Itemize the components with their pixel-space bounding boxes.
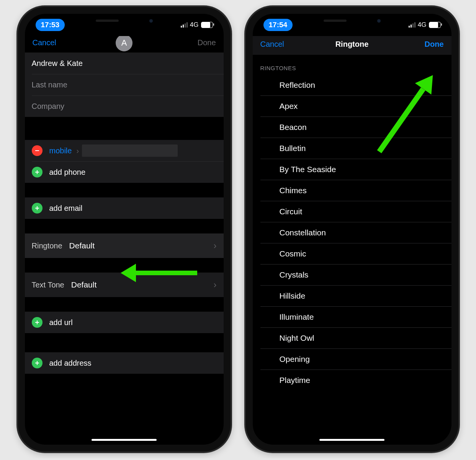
last-name-field[interactable]: Last name (25, 74, 224, 95)
name-fields-group: Andrew & Kate Last name Company (25, 53, 224, 117)
ringtone-option-label: Night Owl (280, 334, 314, 343)
ringtone-option-label: Crystals (280, 270, 309, 279)
ringtone-option-label: Opening (280, 355, 310, 364)
email-group: add email (25, 197, 224, 219)
svg-rect-6 (35, 322, 39, 323)
ringtone-option[interactable]: Illuminate (253, 306, 451, 327)
add-email-row[interactable]: add email (25, 197, 224, 219)
ringtone-option[interactable]: Circuit (253, 201, 451, 222)
first-name-field[interactable]: Andrew & Kate (25, 53, 224, 74)
phone-left: 17:53 4G Cancel A Done Andrew & Kate Las… (18, 7, 231, 452)
ringtone-option[interactable]: Beacon (253, 117, 451, 138)
network-label: 4G (418, 21, 427, 29)
status-time: 17:53 (36, 19, 65, 31)
add-address-label: add address (49, 359, 92, 368)
ringtone-option[interactable]: Chimes (253, 180, 451, 201)
ringtone-option[interactable]: Hillside (253, 285, 451, 306)
ringtone-option-label: Apex (280, 102, 298, 111)
texttone-value: Default (71, 280, 97, 289)
ringtone-option[interactable]: Crystals (253, 264, 451, 285)
add-url-icon[interactable] (32, 317, 43, 328)
ringtone-option-label: Cosmic (280, 249, 306, 258)
ringtone-option[interactable]: Cosmic (253, 243, 451, 264)
last-name-placeholder: Last name (32, 80, 67, 89)
ringtone-option-label: Chimes (280, 186, 307, 195)
ringtone-option-label: Reflection (280, 80, 315, 90)
ringtones-section-header: RINGTONES (253, 55, 451, 74)
nav-title: Ringtone (335, 40, 369, 49)
svg-rect-2 (35, 172, 39, 172)
add-email-icon[interactable] (32, 203, 43, 214)
ringtone-option[interactable]: By The Seaside (253, 159, 451, 180)
add-phone-icon[interactable] (32, 167, 43, 177)
annotation-arrow-ringtone (121, 264, 197, 282)
svg-rect-8 (35, 363, 39, 363)
phone-number-redacted[interactable] (82, 145, 178, 157)
phone-right: 17:54 4G Cancel Ringtone Done RINGTONES … (246, 7, 458, 452)
ringtone-option-label: Constellation (280, 228, 326, 237)
cancel-button[interactable]: Cancel (260, 40, 284, 49)
done-button[interactable]: Done (198, 38, 216, 47)
cancel-button[interactable]: Cancel (33, 38, 56, 47)
ringtone-group: Ringtone Default › (25, 233, 224, 258)
add-phone-label: add phone (49, 168, 86, 177)
contact-avatar[interactable]: A (116, 36, 132, 51)
address-group: add address (25, 352, 224, 374)
phone-group: mobile › add phone (25, 140, 224, 183)
svg-rect-0 (35, 150, 39, 151)
ringtone-option-label: By The Seaside (280, 165, 336, 174)
company-field[interactable]: Company (25, 95, 224, 117)
notch (304, 14, 400, 28)
add-phone-row[interactable]: add phone (25, 161, 224, 183)
ringtone-option[interactable]: Bulletin (253, 138, 451, 159)
url-group: add url (25, 312, 224, 333)
phone-number-row[interactable]: mobile › (25, 140, 224, 161)
ringtone-option-label: Playtime (280, 376, 311, 385)
done-button[interactable]: Done (425, 40, 444, 49)
ringtone-option[interactable]: Playtime (253, 370, 451, 391)
home-indicator[interactable] (319, 439, 384, 441)
svg-rect-4 (35, 208, 39, 209)
ringtone-label: Ringtone (32, 242, 62, 250)
texttone-label: Text Tone (32, 281, 64, 289)
ringtone-value: Default (69, 241, 95, 250)
notch (76, 14, 172, 28)
ringtone-option-label: Hillside (280, 291, 306, 301)
signal-icon (181, 22, 188, 28)
ringtone-list[interactable]: ReflectionApexBeaconBulletinBy The Seasi… (253, 74, 451, 391)
chevron-right-icon: › (214, 279, 217, 290)
ringtone-option-label: Circuit (280, 207, 303, 216)
company-placeholder: Company (32, 102, 65, 111)
ringtone-option-label: Illuminate (280, 312, 314, 322)
home-indicator[interactable] (92, 439, 157, 441)
signal-icon (409, 22, 415, 28)
ringtone-row[interactable]: Ringtone Default › (25, 233, 224, 258)
ringtone-option[interactable]: Night Owl (253, 327, 451, 348)
chevron-right-icon: › (214, 240, 217, 251)
phone-type-label[interactable]: mobile (49, 146, 72, 155)
battery-icon (201, 22, 213, 28)
ringtone-option-label: Beacon (280, 123, 307, 132)
delete-phone-icon[interactable] (32, 145, 43, 156)
status-time: 17:54 (263, 19, 293, 31)
add-address-icon[interactable] (32, 358, 43, 368)
network-label: 4G (190, 21, 199, 29)
ringtone-option[interactable]: Constellation (253, 222, 451, 243)
ringtone-option-label: Bulletin (280, 144, 306, 153)
add-url-label: add url (49, 318, 73, 327)
add-email-label: add email (49, 204, 83, 213)
first-name-value: Andrew & Kate (32, 59, 83, 68)
chevron-right-icon: › (76, 146, 79, 155)
edit-contact-nav: Cancel A Done (25, 36, 224, 53)
battery-icon (429, 22, 441, 28)
add-url-row[interactable]: add url (25, 312, 224, 333)
add-address-row[interactable]: add address (25, 352, 224, 374)
ringtone-nav: Cancel Ringtone Done (253, 36, 451, 55)
ringtone-option[interactable]: Opening (253, 348, 451, 370)
